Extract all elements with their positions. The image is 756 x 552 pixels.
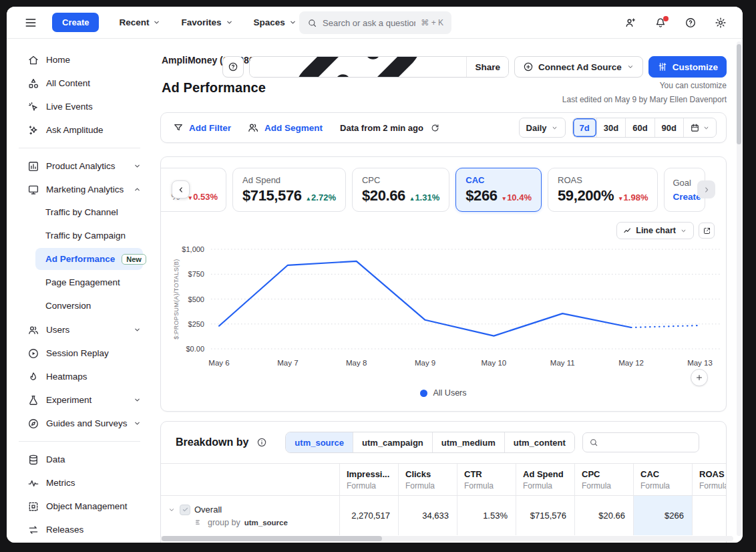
share-button[interactable]: Share: [466, 57, 508, 77]
sidebar-item-label: Metrics: [46, 478, 75, 488]
cell-clicks: 34,633: [398, 496, 457, 535]
hamburger-menu-icon[interactable]: [24, 16, 37, 29]
breakdown-search-input[interactable]: [603, 438, 693, 448]
tab-utm-source[interactable]: utm_source: [286, 432, 353, 452]
chevron-down-icon: [289, 18, 297, 27]
svg-text:May 6: May 6: [208, 359, 229, 367]
create-button[interactable]: Create: [52, 13, 99, 32]
metric-delta: ▴2.72%: [307, 192, 336, 202]
vertical-scrollbar[interactable]: [737, 41, 741, 536]
sidebar-item-ask-amplitude[interactable]: Ask Amplitude: [7, 118, 152, 142]
column-header-clicks[interactable]: ClicksFormula: [398, 464, 457, 495]
search-input[interactable]: [323, 18, 415, 28]
table-row[interactable]: Overall group by utm_source 2,270,51734,…: [161, 495, 726, 535]
customize-button[interactable]: Customize: [648, 56, 727, 78]
cards-scroll-left-button[interactable]: [172, 180, 190, 198]
column-header-ctr[interactable]: CTRFormula: [457, 464, 516, 495]
sidebar-item-data[interactable]: Data: [7, 448, 152, 471]
tab-utm-medium[interactable]: utm_medium: [432, 432, 504, 452]
add-segment-button[interactable]: Add Segment: [264, 123, 323, 133]
sidebar-item-label: Heatmaps: [46, 372, 87, 382]
tab-utm-content[interactable]: utm_content: [504, 432, 574, 452]
topbar-icons: [624, 17, 727, 29]
menu-favorites[interactable]: Favorites: [181, 17, 233, 27]
sidebar-item-object-management[interactable]: Object Management: [7, 495, 152, 518]
metric-card-roas[interactable]: ROAS59,200%▾1.98%: [548, 168, 658, 212]
sidebar-item-metrics[interactable]: Metrics: [7, 471, 152, 495]
sidebar-item-releases[interactable]: Releases: [7, 518, 152, 541]
column-header-ad-spend[interactable]: Ad SpendFormula: [516, 464, 574, 495]
sidebar-item-page-engagement[interactable]: Page Engagement: [35, 271, 143, 293]
cursor-sparkle-icon: [27, 101, 39, 113]
cards-scroll-right-button[interactable]: [697, 180, 715, 198]
info-icon[interactable]: [256, 437, 267, 448]
releases-icon: [27, 524, 39, 536]
help-icon[interactable]: [685, 17, 697, 29]
row-expand-chevron-icon[interactable]: [168, 506, 176, 514]
granularity-dropdown[interactable]: Daily: [519, 118, 566, 138]
range-60d[interactable]: 60d: [625, 118, 654, 137]
column-header-roas[interactable]: ROASFormula: [692, 464, 727, 495]
refresh-icon[interactable]: [430, 123, 440, 133]
goal-create-link[interactable]: Create: [673, 192, 697, 202]
metric-card-truncated[interactable]: %▾0.53%: [161, 168, 226, 212]
breakdown-title: Breakdown by: [176, 436, 248, 448]
sidebar-item-traffic-by-channel[interactable]: Traffic by Channel: [35, 201, 143, 223]
sidebar-item-all-content[interactable]: All Content: [7, 72, 152, 95]
notification-dot: [663, 16, 669, 21]
sidebar-item-experiment[interactable]: Experiment: [7, 388, 152, 412]
menu-recent[interactable]: Recent: [119, 17, 161, 27]
cell-cac: $266: [633, 496, 692, 535]
column-header-impressi[interactable]: Impressi...Formula: [339, 464, 398, 495]
vertical-scrollbar-thumb[interactable]: [737, 44, 741, 144]
notifications-bell-icon[interactable]: [654, 17, 667, 29]
column-header-cpc[interactable]: CPCFormula: [574, 464, 633, 495]
add-filter-button[interactable]: Add Filter: [189, 123, 231, 133]
invite-user-icon[interactable]: [624, 17, 636, 29]
flame-icon: [27, 371, 39, 383]
sidebar-item-traffic-by-campaign[interactable]: Traffic by Campaign: [35, 225, 143, 247]
expand-chart-button[interactable]: [699, 223, 715, 239]
horizontal-scrollbar-thumb[interactable]: [162, 536, 382, 541]
sidebar-item-heatmaps[interactable]: Heatmaps: [7, 365, 152, 388]
sidebar-item-ad-performance[interactable]: Ad PerformanceNew: [35, 248, 143, 270]
sidebar-item-guides-and-surveys[interactable]: Guides and Surveys: [7, 412, 152, 435]
sidebar-item-conversion[interactable]: Conversion: [35, 295, 143, 317]
row-checkbox[interactable]: [180, 505, 190, 515]
metric-card-ad-spend[interactable]: Ad Spend$715,576▴2.72%: [232, 168, 346, 212]
settings-gear-icon[interactable]: [715, 17, 727, 29]
last-edited-note: Last edited on May 9 by Mary Ellen Daven…: [562, 95, 727, 104]
legend-dot: [420, 390, 427, 397]
metric-card-cac[interactable]: CAC$266▾10.4%: [455, 168, 542, 212]
column-formula: Formula: [523, 481, 568, 491]
horizontal-scrollbar[interactable]: [160, 536, 733, 541]
metric-delta: ▾1.98%: [619, 192, 648, 202]
column-label: ROAS: [699, 469, 727, 479]
sidebar-item-users[interactable]: Users: [7, 318, 152, 341]
header-actions: Share Connect Ad Source Customize: [222, 56, 727, 78]
sidebar-item-session-replay[interactable]: Session Replay: [7, 341, 152, 365]
copy-link-button[interactable]: [250, 57, 466, 77]
sidebar-item-marketing-analytics[interactable]: Marketing Analytics: [7, 178, 152, 201]
breakdown-search[interactable]: [582, 432, 699, 452]
chart-type-label: Line chart: [636, 226, 676, 235]
tab-utm-campaign[interactable]: utm_campaign: [353, 432, 432, 452]
chevron-down-icon: [133, 396, 142, 404]
menu-spaces[interactable]: Spaces: [254, 17, 297, 27]
range-30d[interactable]: 30d: [596, 118, 625, 137]
range-calendar[interactable]: [683, 118, 716, 137]
chevron-down-icon: [152, 18, 161, 27]
sidebar-item-live-events[interactable]: Live Events: [7, 95, 152, 118]
sidebar-item-product-analytics[interactable]: Product Analytics: [7, 154, 152, 178]
range-7d[interactable]: 7d: [573, 118, 596, 137]
range-90d[interactable]: 90d: [654, 118, 683, 137]
cell-impressi: 2,270,517: [339, 496, 398, 535]
sliders-icon: [657, 61, 668, 72]
connect-ad-source-button[interactable]: Connect Ad Source: [514, 56, 643, 78]
help-button[interactable]: [222, 56, 244, 78]
metric-card-cpc[interactable]: CPC$20.66▴1.31%: [352, 168, 449, 212]
sidebar-item-home[interactable]: Home: [7, 48, 152, 72]
add-annotation-button[interactable]: [691, 369, 708, 386]
search-bar[interactable]: ⌘ + K: [299, 11, 451, 34]
column-header-cac[interactable]: CACFormula: [633, 464, 692, 495]
